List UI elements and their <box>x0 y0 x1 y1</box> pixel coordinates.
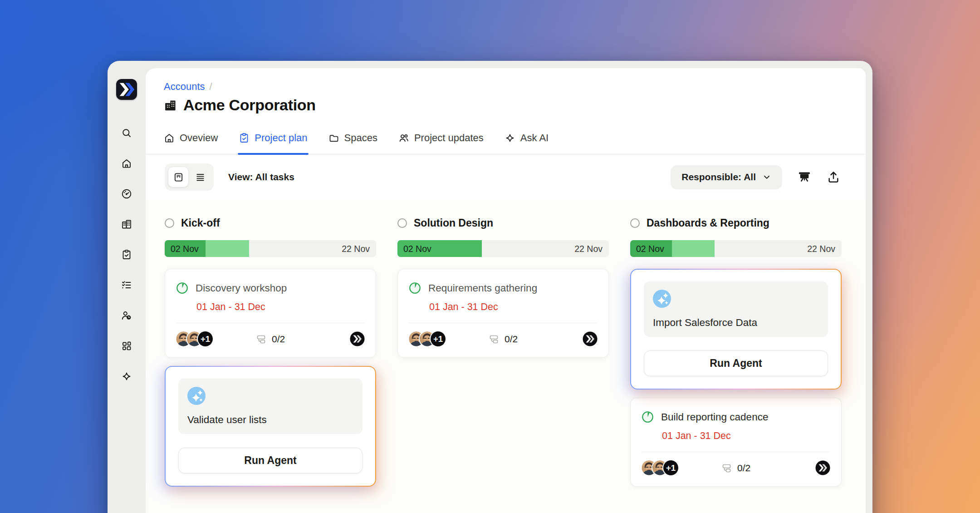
phase-progress-bar: 02 Nov 22 Nov <box>630 240 842 257</box>
subtask-count: 0/2 <box>272 334 285 345</box>
people-icon <box>398 133 409 143</box>
column-solution-design: Solution Design 02 Nov 22 Nov Requiremen… <box>397 217 609 513</box>
task-status-icon <box>409 282 421 294</box>
clipboard-check-icon <box>239 133 250 143</box>
agent-logo-icon <box>583 331 598 346</box>
task-title: Requirements gathering <box>428 282 537 294</box>
subtasks-icon <box>489 334 499 344</box>
project-clipboard-icon[interactable] <box>121 249 132 260</box>
task-title: Build reporting cadence <box>661 411 768 423</box>
task-status-icon <box>176 282 188 294</box>
ai-agent-icon <box>653 290 671 308</box>
run-agent-button[interactable]: Run Agent <box>178 448 363 474</box>
subtask-count: 0/2 <box>737 463 750 474</box>
task-card-discovery-workshop[interactable]: Discovery workshop 01 Jan - 31 Dec +1 <box>165 269 376 358</box>
phase-start-date: 02 Nov <box>171 243 199 254</box>
task-card-requirements-gathering[interactable]: Requirements gathering 01 Jan - 31 Dec +… <box>397 269 609 358</box>
home-icon <box>164 133 175 143</box>
extra-assignees-badge: +1 <box>431 331 446 346</box>
phase-checkbox[interactable] <box>165 218 174 228</box>
task-status-icon <box>642 411 654 423</box>
phase-checkbox[interactable] <box>397 218 407 228</box>
tab-bar: Oveview Project plan Spaces Project upda… <box>146 132 866 154</box>
column-title: Dashboards & Reporting <box>647 217 769 229</box>
building-icon <box>164 99 177 112</box>
upload-icon <box>827 170 840 184</box>
task-date-range: 01 Jan - 31 Dec <box>662 430 830 442</box>
upload-button[interactable] <box>827 170 840 184</box>
desktop-background: Accounts / Acme Corporation Oveview <box>0 0 980 513</box>
task-date-range: 01 Jan - 31 Dec <box>429 301 598 313</box>
sidebar-nav <box>121 128 132 382</box>
view-label: View: All tasks <box>228 172 294 183</box>
column-dashboards-reporting: Dashboards & Reporting 02 Nov 22 Nov Imp… <box>630 217 842 513</box>
kanban-board: Kick-off 02 Nov 22 Nov Discovery worksho… <box>146 200 866 513</box>
company-building-icon[interactable] <box>121 219 132 230</box>
app-logo-icon <box>116 79 137 100</box>
assignee-avatars: +1 <box>409 331 446 346</box>
page-header: Accounts / Acme Corporation <box>146 68 866 114</box>
user-time-icon[interactable] <box>121 310 132 321</box>
phase-end-date: 22 Nov <box>574 243 603 254</box>
tab-ask-ai[interactable]: Ask AI <box>505 132 549 154</box>
dashboard-gauge-icon[interactable] <box>121 188 132 199</box>
task-card-build-reporting-cadence[interactable]: Build reporting cadence 01 Jan - 31 Dec … <box>630 398 842 487</box>
assignee-avatars: +1 <box>642 460 678 475</box>
chevron-down-icon <box>762 173 771 182</box>
kanban-view-icon <box>173 172 184 183</box>
breadcrumb: Accounts / <box>164 81 848 93</box>
task-checklist-icon[interactable] <box>121 280 132 291</box>
phase-start-date: 02 Nov <box>636 243 664 254</box>
tab-spaces[interactable]: Spaces <box>328 132 377 154</box>
view-toggle <box>165 163 214 191</box>
agent-logo-icon <box>350 331 365 346</box>
agent-card-validate-user-lists[interactable]: Validate user lists Run Agent <box>165 366 376 487</box>
task-title: Discovery workshop <box>196 282 287 294</box>
progress-segment-light <box>206 240 249 257</box>
app-logo[interactable] <box>116 79 137 100</box>
ai-sparkle-icon[interactable] <box>121 371 132 382</box>
column-title: Solution Design <box>414 217 493 229</box>
app-window: Accounts / Acme Corporation Oveview <box>108 61 872 513</box>
presentation-icon <box>798 170 811 184</box>
tab-oveview[interactable]: Oveview <box>164 132 218 154</box>
presentation-button[interactable] <box>798 170 811 184</box>
kanban-view-button[interactable] <box>168 167 188 187</box>
home-icon[interactable] <box>121 158 132 169</box>
sparkle-icon <box>505 133 515 143</box>
phase-start-date: 02 Nov <box>403 243 431 254</box>
phase-progress-bar: 02 Nov 22 Nov <box>397 240 609 257</box>
phase-end-date: 22 Nov <box>807 243 835 254</box>
search-icon[interactable] <box>121 128 132 138</box>
folder-icon <box>328 133 339 143</box>
content-panel: Accounts / Acme Corporation Oveview <box>146 68 866 513</box>
progress-segment-light <box>672 240 715 257</box>
subtask-count: 0/2 <box>505 334 518 345</box>
assignee-avatars: +1 <box>176 331 213 346</box>
agent-logo-icon <box>815 460 830 475</box>
subtasks-icon <box>256 334 266 344</box>
phase-end-date: 22 Nov <box>342 243 370 254</box>
agent-task-title: Validate user lists <box>187 414 353 426</box>
breadcrumb-accounts-link[interactable]: Accounts <box>164 81 205 93</box>
list-view-icon <box>195 172 206 183</box>
responsible-filter-dropdown[interactable]: Responsible: All <box>671 165 782 189</box>
subtasks-icon <box>722 463 732 473</box>
extra-assignees-badge: +1 <box>198 331 213 346</box>
agent-card-import-salesforce-data[interactable]: Import Salesforce Data Run Agent <box>630 269 842 390</box>
tab-project-updates[interactable]: Project updates <box>398 132 484 154</box>
list-view-button[interactable] <box>190 167 210 187</box>
column-title: Kick-off <box>181 217 220 229</box>
column-kick-off: Kick-off 02 Nov 22 Nov Discovery worksho… <box>165 217 376 513</box>
apps-grid-icon[interactable] <box>121 340 132 351</box>
task-date-range: 01 Jan - 31 Dec <box>196 301 365 313</box>
page-title: Acme Corporation <box>183 96 316 114</box>
agent-task-title: Import Salesforce Data <box>653 317 819 329</box>
breadcrumb-separator: / <box>210 81 212 93</box>
board-toolbar: View: All tasks Responsible: All <box>146 154 866 200</box>
phase-checkbox[interactable] <box>630 218 640 228</box>
run-agent-button[interactable]: Run Agent <box>644 350 828 376</box>
tab-project-plan[interactable]: Project plan <box>239 132 307 154</box>
extra-assignees-badge: +1 <box>663 460 678 475</box>
sidebar <box>108 61 146 513</box>
